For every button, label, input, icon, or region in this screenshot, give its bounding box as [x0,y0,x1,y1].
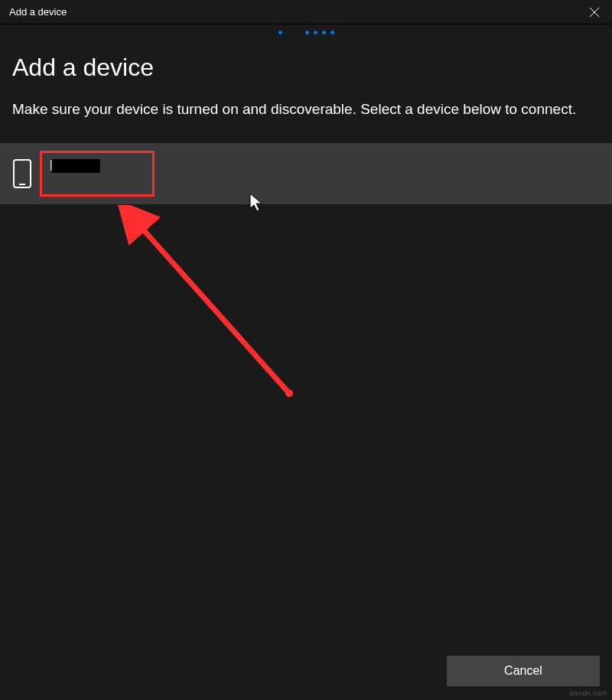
window-title: Add a device [9,6,67,18]
svg-rect-2 [14,160,31,187]
svg-point-6 [285,389,293,397]
svg-line-5 [138,223,289,393]
close-icon [590,8,599,17]
progress-dot-icon [314,31,317,34]
dialog-footer: Cancel [447,656,600,686]
phone-icon [12,158,32,189]
progress-dot-icon [330,31,334,34]
close-button[interactable] [577,0,612,24]
progress-dot-icon [278,31,282,34]
page-subheading: Make sure your device is turned on and d… [12,99,600,120]
progress-indicator [0,24,612,40]
dialog-content: Add a device Make sure your device is tu… [0,40,612,120]
titlebar: Add a device [0,0,612,24]
watermark-text: wsxdn.com [569,689,607,697]
device-list-item[interactable] [0,143,612,204]
progress-dot-icon [305,31,309,34]
annotation-highlight-box [40,151,155,197]
progress-dot-icon [322,31,326,34]
device-list [0,143,612,204]
cancel-button[interactable]: Cancel [447,656,600,686]
annotation-arrow [92,205,306,412]
page-title: Add a device [12,54,600,82]
device-name-redacted [51,159,100,173]
